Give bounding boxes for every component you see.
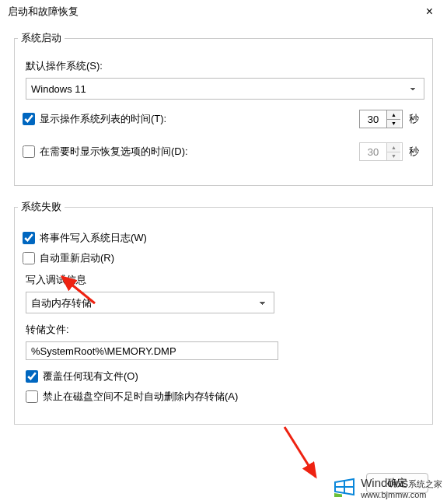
default-os-select[interactable]: Windows 11 [26, 78, 424, 100]
auto-restart-label: 自动重新启动(R) [40, 251, 114, 265]
ok-button[interactable]: 确定 [366, 473, 428, 493]
dump-file-input[interactable] [26, 341, 278, 360]
os-list-seconds-down[interactable]: ▼ [387, 120, 400, 128]
write-event-log-label: 将事件写入系统日志(W) [40, 231, 147, 245]
auto-restart-row: 自动重新启动(R) [23, 251, 424, 265]
disable-auto-delete-label: 禁止在磁盘空间不足时自动删除内存转储(A) [43, 390, 238, 404]
show-recovery-row: 在需要时显示恢复选项的时间(D): [23, 145, 188, 159]
system-startup-legend: 系统启动 [18, 31, 65, 45]
os-list-seconds-unit: 秒 [409, 112, 424, 126]
show-os-list-row: 显示操作系统列表的时间(T): [23, 112, 166, 126]
os-list-seconds-input[interactable] [360, 110, 386, 128]
show-recovery-label: 在需要时显示恢复选项的时间(D): [40, 145, 188, 159]
titlebar: 启动和故障恢复 × [0, 0, 447, 23]
dialog-content: 系统启动 默认操作系统(S): Windows 11 显示操作系统列表的时间(T… [0, 23, 447, 425]
debug-info-select[interactable]: 自动内存转储 [26, 292, 274, 313]
recovery-seconds-unit: 秒 [409, 145, 424, 159]
system-failure-group: 系统失败 将事件写入系统日志(W) 自动重新启动(R) 写入调试信息 自动内存转… [14, 200, 433, 425]
overwrite-row: 覆盖任何现有文件(O) [23, 369, 424, 383]
write-event-log-checkbox[interactable] [23, 232, 35, 244]
recovery-seconds-down: ▼ [387, 152, 400, 161]
recovery-seconds-up: ▲ [387, 143, 400, 152]
default-os-label: 默认操作系统(S): [23, 59, 424, 73]
show-recovery-checkbox[interactable] [23, 145, 35, 158]
dialog-title: 启动和故障恢复 [8, 5, 79, 19]
dialog-buttons: 确定 [366, 473, 428, 493]
disable-auto-delete-row: 禁止在磁盘空间不足时自动删除内存转储(A) [23, 390, 424, 404]
overwrite-label: 覆盖任何现有文件(O) [43, 369, 138, 383]
overwrite-checkbox[interactable] [26, 370, 38, 383]
system-failure-legend: 系统失败 [18, 200, 65, 214]
system-startup-group: 系统启动 默认操作系统(S): Windows 11 显示操作系统列表的时间(T… [14, 31, 433, 186]
disable-auto-delete-checkbox[interactable] [26, 390, 38, 403]
show-os-list-checkbox[interactable] [23, 113, 35, 125]
write-event-log-row: 将事件写入系统日志(W) [23, 231, 424, 245]
annotation-arrow-2 [271, 424, 325, 488]
dump-file-label: 转储文件: [23, 323, 424, 337]
close-button[interactable]: × [420, 3, 439, 20]
debug-info-label: 写入调试信息 [23, 273, 424, 287]
os-list-seconds-up[interactable]: ▲ [387, 110, 400, 120]
windows-logo-icon [333, 477, 356, 499]
recovery-seconds-input [360, 143, 386, 160]
show-os-list-label: 显示操作系统列表的时间(T): [40, 112, 166, 126]
os-list-seconds-spinner[interactable]: ▲ ▼ [359, 110, 403, 128]
auto-restart-checkbox[interactable] [23, 252, 35, 264]
recovery-seconds-spinner: ▲ ▼ [359, 142, 403, 161]
